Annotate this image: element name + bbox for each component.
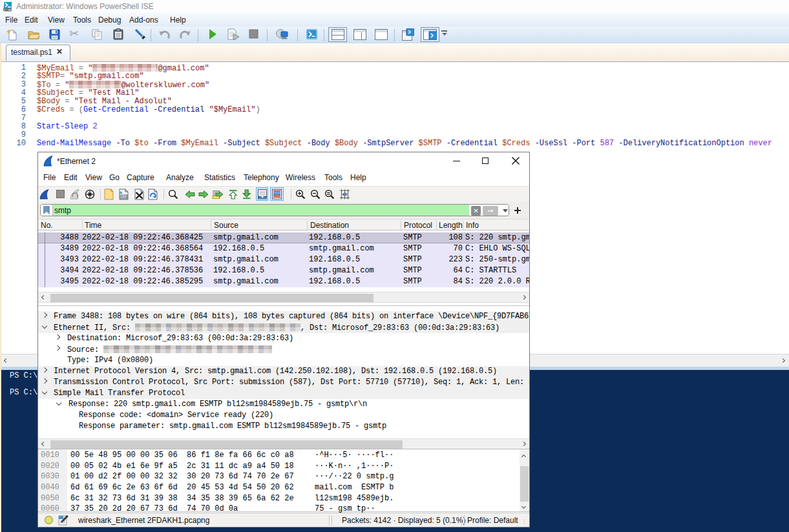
svg-text:010: 010 bbox=[121, 195, 127, 200]
